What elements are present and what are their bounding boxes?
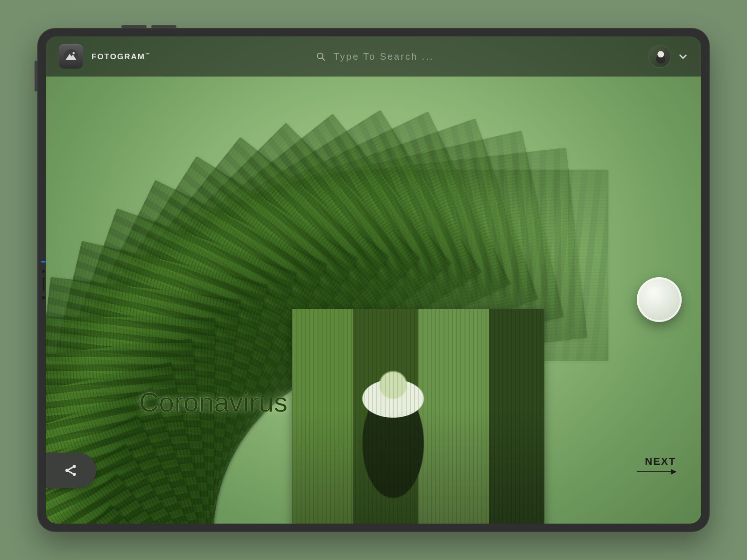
hw-volume-down — [151, 25, 176, 28]
svg-point-1 — [72, 52, 75, 55]
hw-power-button — [35, 61, 37, 91]
mountain-icon — [63, 49, 79, 64]
svg-line-3 — [323, 58, 325, 60]
tablet-frame: FOTOGRAM™ Coronavirus — [37, 28, 710, 532]
user-menu — [649, 46, 688, 67]
hw-sensor-cluster — [41, 261, 46, 299]
hero-photo[interactable] — [292, 309, 544, 524]
hero-stage: Coronavirus NEXT — [46, 77, 701, 524]
app-logo[interactable] — [59, 44, 83, 69]
brand-name: FOTOGRAM™ — [92, 52, 150, 62]
brand-tm: ™ — [145, 52, 150, 57]
app-screen: FOTOGRAM™ Coronavirus — [46, 36, 701, 524]
hw-volume-up — [121, 25, 147, 28]
share-button[interactable] — [46, 453, 96, 488]
brand-text: FOTOGRAM — [92, 52, 145, 61]
hero-title: Coronavirus — [139, 386, 288, 418]
top-bar: FOTOGRAM™ — [46, 36, 701, 77]
share-icon — [63, 462, 79, 478]
arrow-right-icon — [637, 471, 676, 472]
search-icon — [316, 51, 326, 62]
scrub-knob[interactable] — [637, 277, 682, 322]
chevron-down-icon[interactable] — [678, 51, 688, 62]
next-label: NEXT — [645, 455, 676, 468]
avatar[interactable] — [649, 46, 670, 67]
next-button[interactable]: NEXT — [637, 455, 676, 472]
search-input[interactable] — [333, 51, 483, 62]
search-group — [316, 51, 483, 62]
